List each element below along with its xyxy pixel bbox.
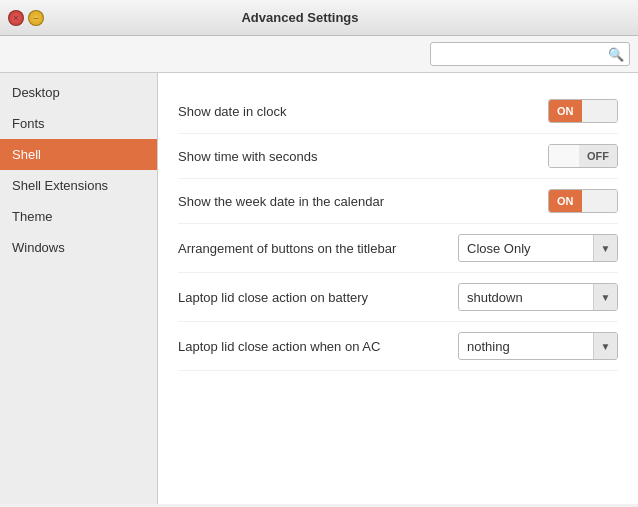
setting-row-show-seconds: Show time with seconds OFF bbox=[178, 134, 618, 179]
searchbar: 🔍 bbox=[0, 36, 638, 73]
dropdown-lid-battery-value: shutdown bbox=[459, 290, 593, 305]
sidebar-item-fonts[interactable]: Fonts bbox=[0, 108, 157, 139]
setting-label-lid-ac: Laptop lid close action when on AC bbox=[178, 339, 380, 354]
setting-row-buttons: Arrangement of buttons on the titlebar C… bbox=[178, 224, 618, 273]
main-layout: Desktop Fonts Shell Shell Extensions The… bbox=[0, 73, 638, 504]
toggle-on-label-week: ON bbox=[549, 190, 582, 212]
setting-label-show-seconds: Show time with seconds bbox=[178, 149, 317, 164]
setting-row-show-week: Show the week date in the calendar ON bbox=[178, 179, 618, 224]
setting-label-lid-battery: Laptop lid close action on battery bbox=[178, 290, 368, 305]
sidebar: Desktop Fonts Shell Shell Extensions The… bbox=[0, 73, 158, 504]
search-wrapper: 🔍 bbox=[430, 42, 630, 66]
setting-label-show-date: Show date in clock bbox=[178, 104, 286, 119]
close-button[interactable]: × bbox=[8, 10, 24, 26]
sidebar-item-desktop[interactable]: Desktop bbox=[0, 77, 157, 108]
titlebar: × – Advanced Settings bbox=[0, 0, 638, 36]
toggle-show-date[interactable]: ON bbox=[548, 99, 618, 123]
toggle-on-label: ON bbox=[549, 100, 582, 122]
dropdown-lid-ac-value: nothing bbox=[459, 339, 593, 354]
setting-row-lid-ac: Laptop lid close action when on AC nothi… bbox=[178, 322, 618, 371]
dropdown-buttons[interactable]: Close Only ▼ bbox=[458, 234, 618, 262]
window-title: Advanced Settings bbox=[50, 10, 550, 25]
setting-row-lid-battery: Laptop lid close action on battery shutd… bbox=[178, 273, 618, 322]
setting-label-show-week: Show the week date in the calendar bbox=[178, 194, 384, 209]
dropdown-lid-battery-arrow: ▼ bbox=[593, 284, 617, 310]
setting-label-buttons: Arrangement of buttons on the titlebar bbox=[178, 241, 396, 256]
setting-row-show-date: Show date in clock ON bbox=[178, 89, 618, 134]
dropdown-lid-battery[interactable]: shutdown ▼ bbox=[458, 283, 618, 311]
toggle-off-label: OFF bbox=[579, 145, 617, 167]
content-area: Show date in clock ON Show time with sec… bbox=[158, 73, 638, 504]
search-input[interactable] bbox=[430, 42, 630, 66]
sidebar-item-shell-extensions[interactable]: Shell Extensions bbox=[0, 170, 157, 201]
toggle-off-side bbox=[582, 100, 618, 122]
dropdown-buttons-arrow: ▼ bbox=[593, 235, 617, 261]
sidebar-item-shell[interactable]: Shell bbox=[0, 139, 157, 170]
window-controls: × – bbox=[8, 10, 44, 26]
search-icon: 🔍 bbox=[608, 47, 624, 62]
toggle-show-seconds[interactable]: OFF bbox=[548, 144, 618, 168]
toggle-off-side-week bbox=[582, 190, 618, 212]
sidebar-item-theme[interactable]: Theme bbox=[0, 201, 157, 232]
toggle-show-week[interactable]: ON bbox=[548, 189, 618, 213]
toggle-on-side bbox=[549, 145, 579, 167]
minimize-button[interactable]: – bbox=[28, 10, 44, 26]
sidebar-item-windows[interactable]: Windows bbox=[0, 232, 157, 263]
dropdown-buttons-value: Close Only bbox=[459, 241, 593, 256]
dropdown-lid-ac-arrow: ▼ bbox=[593, 333, 617, 359]
dropdown-lid-ac[interactable]: nothing ▼ bbox=[458, 332, 618, 360]
